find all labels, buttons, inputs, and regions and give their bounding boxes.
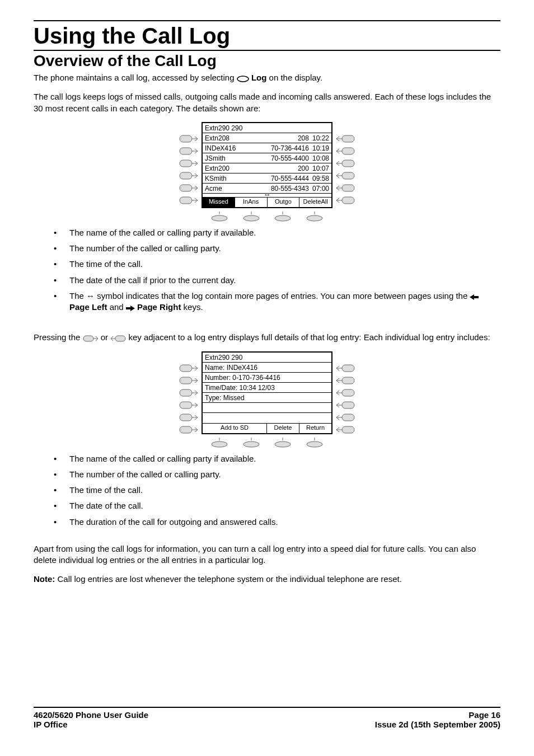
footer-left: 4620/5620 Phone User Guide (34, 710, 148, 720)
cell-number: 70-555-4400 (271, 154, 312, 162)
list-item: The name of the called or calling party … (54, 453, 500, 464)
softkey-icon (336, 364, 355, 373)
cell-time: 09:58 (312, 175, 329, 182)
page-left-icon (470, 294, 479, 300)
softkey-icon (208, 212, 231, 222)
svg-rect-30 (342, 185, 354, 191)
softkey-icon (336, 184, 355, 192)
svg-rect-11 (180, 197, 192, 204)
cell-name: KSmith (205, 175, 271, 182)
lcd-row: KSmith70-555-444409:58 (203, 173, 331, 184)
list-item: The time of the call. (54, 259, 500, 270)
lcd-screen: Extn290 290 Name: INDeX416 Number: 0-170… (202, 351, 332, 434)
svg-rect-32 (342, 197, 354, 204)
svg-point-16 (243, 215, 259, 221)
svg-rect-22 (342, 135, 354, 142)
svg-rect-66 (342, 402, 354, 408)
list-item: The time of the call. (54, 485, 500, 496)
screen-column: Extn290 290 Name: INDeX416 Number: 0-170… (198, 351, 336, 448)
page-right-label: Page Right (137, 302, 181, 312)
more-pages-icon: ↔ (203, 192, 331, 197)
lcd-row-empty (203, 403, 331, 413)
paragraph: The phone maintains a call log, accessed… (34, 72, 500, 83)
text: key adjacent to a log entry displays ful… (126, 332, 490, 342)
screen-column: Extn290 290 Extn20820810:22 INDeX41670-7… (198, 122, 336, 222)
softkey-icon (336, 171, 355, 180)
svg-rect-7 (180, 172, 192, 179)
svg-point-0 (237, 76, 249, 82)
list-item: The name of the called or calling party … (54, 227, 500, 238)
double-arrow-icon: ↔ (86, 291, 95, 300)
lcd-row: Name: INDeX416 (203, 363, 331, 373)
cell-number: 200 (298, 165, 312, 172)
lcd-row: Time/Date: 10:34 12/03 (203, 383, 331, 393)
note-body: Call log entries are lost whenever the t… (55, 574, 402, 584)
text: or (99, 332, 111, 342)
svg-rect-35 (83, 336, 93, 341)
lcd-title: Extn290 290 (203, 123, 331, 133)
separator (34, 50, 500, 51)
softkey-icon (336, 147, 355, 156)
bullet-list: The name of the called or calling party … (54, 227, 500, 313)
svg-rect-1 (180, 135, 192, 142)
svg-point-52 (212, 442, 227, 447)
text: Pressing the (34, 332, 83, 342)
softkey-icon (336, 401, 355, 410)
bullet-list: The name of the called or calling party … (54, 453, 500, 528)
softkey-icon (179, 401, 198, 410)
paragraph: Apart from using the call logs for infor… (34, 543, 500, 566)
softkey-icon (336, 425, 355, 434)
softkey-icon (271, 212, 294, 222)
softkey-icon (179, 376, 198, 385)
lcd-title: Extn290 290 (203, 353, 331, 363)
cell-number: 70-736-4416 (271, 144, 312, 152)
footer-row: 4620/5620 Phone User Guide Page 16 (34, 710, 500, 720)
top-rule (34, 20, 500, 21)
cell-time: 10:08 (312, 154, 329, 162)
svg-rect-62 (342, 377, 354, 384)
footer-rule (34, 707, 500, 708)
text: on the display. (266, 73, 322, 82)
footer-right: Page 16 (469, 710, 500, 720)
softkey-icon (303, 212, 326, 222)
left-softkeys (179, 122, 198, 205)
paragraph: Pressing the or key adjacent to a log en… (34, 332, 500, 343)
softkey-icon (179, 425, 198, 434)
svg-rect-28 (342, 172, 354, 179)
svg-rect-70 (342, 426, 354, 433)
softkey-icon (179, 196, 198, 205)
svg-rect-9 (180, 185, 192, 191)
svg-point-56 (275, 442, 291, 447)
cell-name: Extn200 (205, 165, 298, 172)
lcd-tab-outgo: Outgo (268, 198, 300, 207)
text: keys. (181, 302, 203, 312)
svg-rect-45 (180, 402, 192, 408)
text: and (107, 302, 126, 312)
text: The phone maintains a call log, accessed… (34, 73, 237, 82)
softkey-icon (179, 147, 198, 156)
bottom-softkeys (198, 212, 336, 222)
lcd-tabs: Missed InAns Outgo DeleteAll (203, 197, 331, 207)
paragraph: The call logs keeps logs of missed calls… (34, 91, 500, 114)
page-left-label: Page Left (69, 302, 107, 312)
svg-point-54 (243, 442, 259, 447)
cell-number: 80-555-4343 (271, 185, 312, 192)
lcd-row: Extn20820810:22 (203, 133, 331, 143)
cell-name: INDeX416 (205, 144, 271, 152)
footer-right: Issue 2d (15th September 2005) (375, 720, 500, 729)
bottom-softkeys (198, 438, 336, 448)
svg-rect-41 (180, 377, 192, 384)
softkey-icon (336, 388, 355, 397)
page-right-icon (126, 305, 135, 312)
cell-number: 208 (298, 134, 312, 142)
section-heading: Overview of the Call Log (34, 52, 500, 70)
cell-number: 70-555-4444 (271, 175, 312, 182)
lcd-row: Number: 0-170-736-4416 (203, 373, 331, 383)
log-label: Log (251, 73, 267, 82)
lcd-tabs: Add to SD Delete Return (203, 423, 331, 433)
right-softkeys (336, 122, 355, 205)
lcd-tab-delete: Delete (267, 424, 299, 433)
page: Using the Call Log Overview of the Call … (0, 0, 534, 756)
softkey-icon (336, 196, 355, 205)
svg-rect-49 (180, 426, 192, 433)
